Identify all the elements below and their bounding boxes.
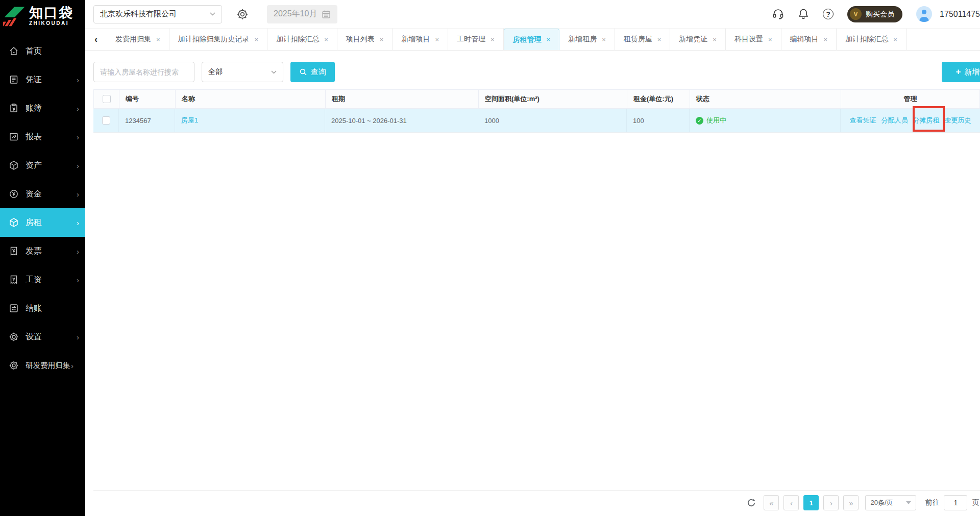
notifications-bell-icon[interactable] — [798, 8, 809, 20]
brand-name-en: ZHIKOUDAI — [29, 20, 74, 26]
customer-service-headset-icon[interactable] — [772, 8, 784, 20]
sidebar-item-reports[interactable]: 报表 › — [0, 122, 85, 151]
goto-page-input[interactable] — [944, 495, 967, 510]
help-question-icon[interactable]: ? — [823, 9, 834, 19]
asset-icon — [8, 160, 19, 171]
funds-icon — [8, 188, 19, 200]
col-header-rent: 租金(单位:元) — [627, 90, 690, 108]
page-unit-label: 页 — [972, 498, 979, 507]
sidebar-item-settings[interactable]: 设置 › — [0, 323, 85, 351]
house-id-cell: 1234567 — [119, 109, 175, 132]
add-house-button[interactable]: + 新增房屋 — [942, 62, 980, 82]
chevron-right-icon: › — [77, 218, 79, 227]
close-icon[interactable]: × — [255, 36, 259, 43]
sidebar-item-rd-collect[interactable]: 研发费用归集 › — [0, 351, 85, 380]
settings-gear-icon — [8, 331, 19, 342]
sidebar-item-settle[interactable]: 结账 — [0, 294, 85, 323]
rent-management-page: 全部 查询 + 新增房屋 编号 名称 租期 空间面积(单位:m²) 租金(单位:… — [85, 51, 980, 516]
col-header-area: 空间面积(单位:m²) — [479, 90, 627, 108]
tab-subject-settings[interactable]: 科目设置× — [726, 29, 781, 50]
assign-staff-link[interactable]: 分配人员 — [881, 116, 908, 125]
close-icon[interactable]: × — [602, 36, 606, 43]
close-icon[interactable]: × — [380, 36, 384, 43]
tab-rent-management[interactable]: 房租管理× — [504, 29, 560, 50]
close-icon[interactable]: × — [156, 36, 160, 43]
house-name-link[interactable]: 房屋1 — [181, 116, 198, 125]
company-name: 北京欢乐科技有限公司 — [100, 9, 177, 19]
close-icon[interactable]: × — [768, 36, 772, 43]
prev-page-button[interactable]: ‹ — [783, 495, 799, 510]
tab-project-list[interactable]: 项目列表× — [337, 29, 393, 50]
change-history-link[interactable]: 变更历史 — [945, 116, 971, 125]
type-filter-select[interactable]: 全部 — [202, 62, 283, 82]
query-button[interactable]: 查询 — [290, 62, 335, 82]
sidebar-item-ledger[interactable]: 账簿 › — [0, 94, 85, 122]
next-page-button[interactable]: › — [823, 495, 839, 510]
period-value: 2025年10月 — [274, 9, 317, 19]
sidebar-item-salary[interactable]: 工资 › — [0, 265, 85, 294]
sidebar-item-label: 房租 — [26, 217, 42, 228]
close-icon[interactable]: × — [324, 36, 328, 43]
tabs-scroll-left-button[interactable]: ‹ — [85, 29, 107, 50]
sidebar-item-label: 结账 — [26, 303, 42, 314]
goto-label: 前往 — [925, 498, 939, 507]
chevron-right-icon: › — [77, 190, 79, 199]
sidebar-item-label: 研发费用归集 — [26, 361, 70, 371]
account-settings-gear-icon[interactable] — [236, 8, 249, 20]
tab-deduction-history[interactable]: 加计扣除归集历史记录× — [169, 29, 268, 50]
sidebar-item-home[interactable]: 首页 — [0, 37, 85, 65]
close-icon[interactable]: × — [657, 36, 662, 43]
tab-leased-houses[interactable]: 租赁房屋× — [615, 29, 671, 50]
last-page-button[interactable]: » — [843, 495, 859, 510]
calendar-icon — [322, 10, 331, 19]
first-page-button[interactable]: « — [764, 495, 779, 510]
close-icon[interactable]: × — [491, 36, 495, 43]
voucher-icon — [8, 74, 19, 85]
houses-table: 编号 名称 租期 空间面积(单位:m²) 租金(单位:元) 状态 管理 1234… — [93, 89, 980, 133]
select-all-checkbox[interactable] — [103, 95, 111, 103]
close-icon[interactable]: × — [435, 36, 439, 43]
house-search-input[interactable] — [93, 62, 194, 82]
row-select-checkbox[interactable] — [102, 116, 110, 125]
sidebar-item-label: 工资 — [26, 275, 42, 285]
sidebar-item-voucher[interactable]: 凭证 › — [0, 65, 85, 94]
page-1-button[interactable]: 1 — [803, 495, 819, 510]
close-icon[interactable]: × — [713, 36, 717, 43]
page-size-value: 20条/页 — [870, 498, 893, 507]
close-icon[interactable]: × — [547, 36, 551, 43]
check-circle-icon: ✓ — [696, 117, 703, 125]
view-voucher-link[interactable]: 查看凭证 — [850, 116, 876, 125]
caret-down-icon — [906, 501, 911, 504]
close-icon[interactable]: × — [824, 36, 828, 43]
company-select[interactable]: 北京欢乐科技有限公司 — [93, 5, 222, 23]
tab-new-project[interactable]: 新增项目× — [393, 29, 448, 50]
rd-collect-gear-icon — [8, 360, 19, 371]
sidebar-item-assets[interactable]: 资产 › — [0, 151, 85, 180]
chevron-right-icon: › — [77, 104, 79, 113]
tab-edit-project[interactable]: 编辑项目× — [781, 29, 837, 50]
accounting-period-picker[interactable]: 2025年10月 — [267, 5, 337, 23]
tab-deduction-summary-2[interactable]: 加计扣除汇总× — [837, 29, 906, 50]
close-icon[interactable]: × — [893, 36, 897, 43]
tab-new-rental[interactable]: 新增租房× — [559, 29, 615, 50]
vip-badge-icon: V — [850, 8, 862, 20]
buy-vip-button[interactable]: V 购买会员 — [847, 6, 902, 22]
account-id: 175011475 — [940, 10, 980, 19]
sidebar-item-label: 资金 — [26, 189, 42, 200]
sidebar-item-invoice[interactable]: 发票 › — [0, 237, 85, 265]
table-row: 1234567 房屋1 2025-10-01 ~ 2026-01-31 1000… — [93, 109, 980, 133]
sidebar-item-rent[interactable]: 房租 › — [0, 208, 85, 237]
sidebar-item-label: 首页 — [26, 46, 42, 57]
tab-new-voucher[interactable]: 新增凭证× — [670, 29, 726, 50]
refresh-icon[interactable] — [747, 498, 756, 507]
user-avatar[interactable] — [916, 6, 932, 22]
tab-timesheet[interactable]: 工时管理× — [448, 29, 504, 50]
page-size-select[interactable]: 20条/页 — [865, 495, 916, 510]
report-icon — [8, 131, 19, 142]
search-icon — [299, 68, 307, 76]
allocate-rent-link[interactable]: 分摊房租 — [913, 116, 940, 125]
sidebar-item-funds[interactable]: 资金 › — [0, 180, 85, 208]
row-actions: 查看凭证 分配人员 分摊房租 变更历史 — [841, 109, 980, 132]
tab-deduction-summary-1[interactable]: 加计扣除汇总× — [267, 29, 337, 50]
tab-fee-collect[interactable]: 发费用归集× — [107, 29, 169, 50]
